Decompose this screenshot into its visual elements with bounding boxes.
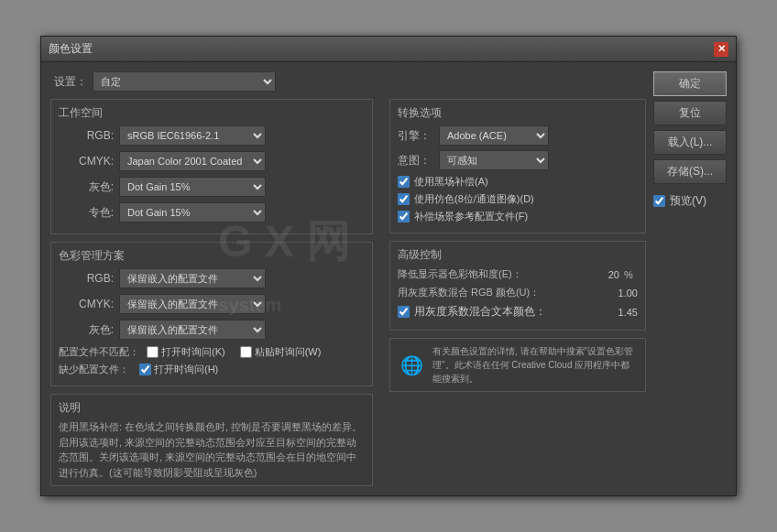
display-saturation-row: 降低显示器色彩饱和度(E)： 20 % [398, 267, 638, 281]
info-icon: 🌐 [398, 344, 425, 385]
left-column: 工作空间 RGB: sRGB IEC61966-2.1 CMYK: Japan … [50, 99, 373, 486]
dialog-body: 设置： 自定 工作空间 RGB: sRGB IEC61966-2.1 [41, 62, 736, 495]
mismatch-row: 配置文件不匹配： 打开时询问(K) 粘贴时询问(W) [59, 345, 365, 359]
blackpoint-row: 使用黑场补偿(A) [398, 175, 638, 189]
advanced-section: 高级控制 降低显示器色彩饱和度(E)： 20 % 用灰度系数混合 RGB 颜色(… [389, 241, 646, 331]
dialog-title: 颜色设置 [49, 41, 93, 57]
cmyk-mgmt-select[interactable]: 保留嵌入的配置文件 [119, 294, 266, 314]
side-buttons: 确定 复位 载入(L)... 存储(S)... 预览(V) [653, 71, 727, 486]
rgb-workspace-row: RGB: sRGB IEC61966-2.1 [59, 125, 365, 146]
missing-open-checkbox[interactable] [139, 364, 151, 375]
dither-label: 使用仿色(8位/通道图像)(D) [414, 192, 534, 206]
missing-row: 缺少配置文件： 打开时询问(H) [59, 363, 365, 376]
missing-open-option: 打开时询问(H) [139, 363, 218, 376]
text-blend-label: 用灰度系数混合文本颜色： [414, 304, 546, 320]
blend-rgb-row: 用灰度系数混合 RGB 颜色(U)： 1.00 [398, 286, 638, 299]
gray-workspace-row: 灰色: Dot Gain 15% [59, 177, 365, 197]
text-blend-value: 1.45 [618, 307, 638, 318]
cmyk-workspace-select[interactable]: Japan Color 2001 Coated [119, 151, 266, 171]
missing-open-label: 打开时询问(H) [154, 363, 218, 376]
load-button[interactable]: 载入(L)... [653, 130, 727, 155]
cmyk-workspace-label: CMYK: [59, 155, 114, 168]
color-mgmt-title: 色彩管理方案 [59, 248, 365, 264]
mismatch-open-label: 打开时询问(K) [161, 345, 225, 359]
rgb-mgmt-label: RGB: [59, 272, 114, 285]
description-title: 说明 [59, 400, 365, 416]
save-button[interactable]: 存储(S)... [653, 159, 727, 184]
reset-button[interactable]: 复位 [653, 101, 727, 125]
mismatch-paste-option: 粘贴时询问(W) [240, 345, 322, 359]
gray-mgmt-select[interactable]: 保留嵌入的配置文件 [119, 320, 266, 340]
gray-workspace-select[interactable]: Dot Gain 15% [119, 177, 266, 197]
ok-button[interactable]: 确定 [653, 71, 727, 96]
rgb-mgmt-row: RGB: 保留嵌入的配置文件 [59, 268, 365, 288]
preview-checkbox[interactable] [653, 195, 665, 207]
compensate-row: 补偿场景参考配置文件(F) [398, 210, 638, 223]
blackpoint-label: 使用黑场补偿(A) [414, 175, 488, 189]
rgb-mgmt-select[interactable]: 保留嵌入的配置文件 [119, 268, 266, 288]
blackpoint-checkbox[interactable] [398, 176, 410, 188]
text-blend-row: 用灰度系数混合文本颜色： 1.45 [398, 304, 638, 320]
info-text: 有关颜色设置的详情, 请在帮助中搜索"设置色彩管理"。此术语在任何 Creati… [432, 344, 638, 385]
description-section: 说明 使用黑场补偿: 在色域之间转换颜色时, 控制是否要调整黑场的差异。启用该选… [50, 394, 373, 486]
main-content: 设置： 自定 工作空间 RGB: sRGB IEC61966-2.1 [50, 71, 646, 486]
dither-row: 使用仿色(8位/通道图像)(D) [398, 192, 638, 206]
blend-rgb-value: 1.00 [601, 288, 638, 299]
spot-workspace-row: 专色: Dot Gain 15% [59, 202, 365, 223]
display-saturation-unit: % [624, 269, 638, 280]
rgb-workspace-select[interactable]: sRGB IEC61966-2.1 [119, 125, 266, 146]
preview-label: 预览(V) [670, 193, 706, 209]
settings-row: 设置： 自定 [50, 71, 646, 92]
spot-workspace-select[interactable]: Dot Gain 15% [119, 202, 266, 223]
title-bar: 颜色设置 ✕ [41, 37, 736, 62]
text-blend-checkbox[interactable] [398, 306, 410, 318]
mismatch-paste-label: 粘贴时询问(W) [255, 345, 322, 359]
two-col-layout: 工作空间 RGB: sRGB IEC61966-2.1 CMYK: Japan … [50, 99, 646, 486]
mismatch-label: 配置文件不匹配： [59, 345, 139, 359]
gray-mgmt-label: 灰色: [59, 322, 114, 338]
right-panel: 转换选项 引擎： Adobe (ACE) 意图： 可感知 [389, 99, 646, 486]
workspace-section: 工作空间 RGB: sRGB IEC61966-2.1 CMYK: Japan … [50, 99, 373, 234]
gray-workspace-label: 灰色: [59, 179, 114, 195]
cmyk-workspace-row: CMYK: Japan Color 2001 Coated [59, 151, 365, 171]
color-management-section: 色彩管理方案 RGB: 保留嵌入的配置文件 CMYK: 保留嵌入的配置文件 [50, 242, 373, 386]
engine-select[interactable]: Adobe (ACE) [439, 125, 549, 146]
spot-workspace-label: 专色: [59, 205, 114, 221]
mismatch-paste-checkbox[interactable] [240, 346, 252, 358]
rgb-workspace-label: RGB: [59, 129, 114, 142]
intent-select[interactable]: 可感知 [439, 150, 549, 170]
conversion-title: 转换选项 [398, 105, 638, 121]
mismatch-open-option: 打开时询问(K) [147, 345, 225, 359]
display-saturation-label: 降低显示器色彩饱和度(E)： [398, 267, 578, 281]
settings-select[interactable]: 自定 [93, 71, 276, 92]
mismatch-open-checkbox[interactable] [147, 346, 159, 358]
settings-label: 设置： [54, 74, 87, 90]
gray-mgmt-row: 灰色: 保留嵌入的配置文件 [59, 320, 365, 340]
description-text: 使用黑场补偿: 在色域之间转换颜色时, 控制是否要调整黑场的差异。启用该选项时,… [59, 419, 365, 480]
info-section: 🌐 有关颜色设置的详情, 请在帮助中搜索"设置色彩管理"。此术语在任何 Crea… [389, 338, 646, 392]
engine-label: 引擎： [398, 128, 434, 144]
advanced-title: 高级控制 [398, 247, 638, 263]
compensate-checkbox[interactable] [398, 211, 410, 223]
close-button[interactable]: ✕ [714, 42, 728, 57]
missing-label: 缺少配置文件： [59, 363, 132, 376]
dither-checkbox[interactable] [398, 193, 410, 205]
cmyk-mgmt-label: CMYK: [59, 298, 114, 310]
blend-rgb-label: 用灰度系数混合 RGB 颜色(U)： [398, 286, 596, 299]
display-saturation-value: 20 [583, 269, 619, 280]
preview-row: 预览(V) [653, 193, 727, 209]
cmyk-mgmt-row: CMYK: 保留嵌入的配置文件 [59, 294, 365, 314]
intent-row: 意图： 可感知 [398, 150, 638, 170]
color-settings-dialog: 颜色设置 ✕ 设置： 自定 工作空间 RGB: [40, 36, 737, 496]
engine-row: 引擎： Adobe (ACE) [398, 125, 638, 146]
intent-label: 意图： [398, 153, 434, 168]
conversion-section: 转换选项 引擎： Adobe (ACE) 意图： 可感知 [389, 99, 646, 233]
workspace-title: 工作空间 [59, 105, 365, 121]
compensate-label: 补偿场景参考配置文件(F) [414, 210, 528, 223]
